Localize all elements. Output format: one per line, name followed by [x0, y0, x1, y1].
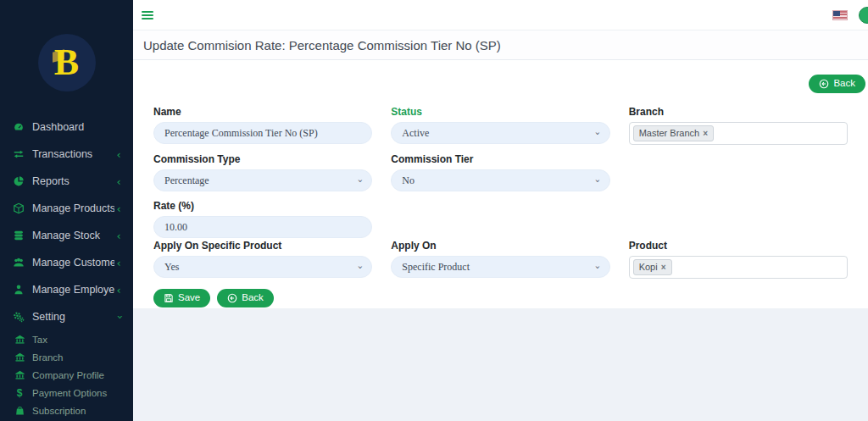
field-apply-on-specific: Apply On Specific Product Yes ‹ [153, 240, 372, 279]
commission-tier-label: Commission Tier [391, 153, 609, 165]
product-tag-label: Kopi [639, 262, 658, 273]
commission-type-label: Commission Type [153, 153, 372, 165]
sidebar-subitem-label: Tax [32, 335, 47, 345]
commission-tier-selected-value: No [402, 174, 595, 187]
sidebar-item-label: Manage Employees [32, 284, 114, 296]
back-button[interactable]: Back [809, 75, 865, 93]
products-box-icon [12, 202, 25, 215]
field-status: Status Active ‹ [391, 106, 609, 145]
chevron-down-icon: ‹ [114, 313, 125, 321]
back-button-label: Back [833, 79, 855, 89]
remove-tag-icon[interactable]: × [661, 263, 666, 273]
sidebar-item-reports[interactable]: Reports ‹ [0, 168, 133, 195]
chevron-left-icon: ‹ [114, 230, 123, 241]
rate-label: Rate (%) [153, 200, 372, 212]
employee-person-icon [12, 284, 25, 296]
sidebar-item-label: Manage Stock [32, 230, 114, 241]
flag-canton [833, 11, 840, 16]
field-product: Product Kopi × [629, 240, 848, 279]
sidebar-item-manage-stock[interactable]: Manage Stock ‹ [0, 222, 133, 249]
logo-letter: B [54, 44, 79, 81]
form-row-2: Commission Type Percentage ‹ Commission … [153, 153, 848, 191]
remove-tag-icon[interactable]: × [703, 129, 708, 139]
form-card: Back Name Status Active ‹ Branch Master [133, 60, 868, 308]
form-row-1: Name Status Active ‹ Branch Master Branc… [153, 106, 848, 145]
sidebar-subitem-payment-options[interactable]: $ Payment Options [0, 384, 133, 402]
sidebar-subitem-label: Payment Options [32, 388, 107, 398]
dollar-icon: $ [14, 387, 25, 399]
shopping-bag-icon [14, 405, 25, 417]
product-label: Product [629, 240, 848, 252]
chevron-left-icon: ‹ [114, 203, 123, 214]
sidebar-item-label: Reports [32, 175, 114, 187]
sidebar-toggle-hamburger-icon[interactable] [142, 11, 153, 19]
product-tag: Kopi × [633, 259, 672, 275]
sidebar-item-manage-products[interactable]: Manage Products ‹ [0, 195, 133, 222]
apply-on-selected-value: Specific Product [402, 261, 595, 274]
sidebar-item-transactions[interactable]: Transactions ‹ [0, 141, 133, 168]
save-button[interactable]: Save [153, 289, 210, 307]
sidebar-subitem-tax[interactable]: Tax [0, 330, 133, 348]
sidebar-item-label: Manage Customers [32, 257, 114, 269]
bank-icon [14, 369, 25, 381]
sidebar-subitem-label: Branch [32, 352, 63, 363]
sidebar-subitem-company-profile[interactable]: Company Profile [0, 366, 133, 384]
sidebar-subitem-label: Company Profile [32, 370, 104, 380]
form-row-4: Apply On Specific Product Yes ‹ Apply On… [153, 240, 848, 279]
name-input[interactable] [153, 122, 372, 144]
stock-database-icon [12, 230, 25, 242]
form-row-3: Rate (%) [153, 200, 848, 238]
back-button-label: Back [242, 293, 264, 303]
apply-on-specific-selected-value: Yes [164, 261, 358, 274]
apply-on-select[interactable]: Specific Product ‹ [391, 256, 609, 278]
apply-on-specific-select[interactable]: Yes ‹ [153, 256, 372, 278]
sidebar-item-setting[interactable]: Setting ‹ [0, 303, 133, 330]
reports-icon [12, 175, 25, 188]
commission-tier-select[interactable]: No ‹ [391, 169, 609, 191]
language-flag-icon[interactable] [832, 10, 848, 20]
bank-icon [14, 334, 25, 346]
select-chevron-icon: ‹ [592, 265, 603, 269]
sidebar-item-manage-customers[interactable]: Manage Customers ‹ [0, 249, 133, 276]
app-logo[interactable]: B [0, 0, 133, 114]
sidebar-subitem-branch[interactable]: Branch [0, 348, 133, 366]
page-title: Update Commision Rate: Percentage Commis… [143, 38, 501, 53]
user-avatar[interactable] [859, 7, 868, 24]
sidebar-nav: Dashboard Transactions ‹ Reports ‹ Manag… [0, 114, 133, 419]
chevron-left-icon: ‹ [114, 258, 123, 269]
field-rate: Rate (%) [153, 200, 372, 238]
back-button-bottom[interactable]: Back [217, 289, 274, 307]
sidebar-item-dashboard[interactable]: Dashboard [0, 114, 133, 141]
save-button-label: Save [178, 293, 200, 303]
back-circle-arrow-icon [227, 293, 237, 303]
form-actions: Save Back [153, 289, 848, 307]
dashboard-icon [12, 121, 25, 134]
field-commission-tier: Commission Tier No ‹ [391, 153, 609, 191]
branch-tag: Master Branch × [633, 125, 714, 141]
sidebar-item-label: Dashboard [32, 121, 123, 133]
apply-on-label: Apply On [391, 240, 609, 252]
sidebar-subitem-label: Subscription [32, 406, 86, 416]
transactions-icon [12, 148, 25, 161]
main-area: Update Commision Rate: Percentage Commis… [133, 0, 868, 421]
empty-cell [629, 153, 848, 191]
chevron-left-icon: ‹ [114, 176, 123, 187]
top-navbar [133, 0, 868, 30]
sidebar-subitem-subscription[interactable]: Subscription [0, 402, 133, 419]
empty-cell [391, 200, 609, 238]
back-button-row: Back [153, 75, 865, 93]
rate-input[interactable] [153, 216, 372, 238]
sidebar-item-manage-employees[interactable]: Manage Employees ‹ [0, 276, 133, 303]
sidebar: B Dashboard Transactions ‹ Reports ‹ [0, 0, 133, 421]
status-select[interactable]: Active ‹ [391, 122, 609, 144]
sidebar-item-label: Manage Products [32, 202, 114, 214]
customers-group-icon [12, 257, 25, 269]
branch-tag-input[interactable]: Master Branch × [629, 122, 848, 145]
field-branch: Branch Master Branch × [629, 106, 848, 145]
save-floppy-icon [164, 293, 174, 303]
select-chevron-icon: ‹ [354, 265, 365, 269]
sidebar-item-label: Setting [32, 311, 114, 323]
logo-circle: B [38, 34, 96, 91]
commission-type-select[interactable]: Percentage ‹ [153, 169, 372, 191]
product-tag-input[interactable]: Kopi × [629, 256, 848, 279]
